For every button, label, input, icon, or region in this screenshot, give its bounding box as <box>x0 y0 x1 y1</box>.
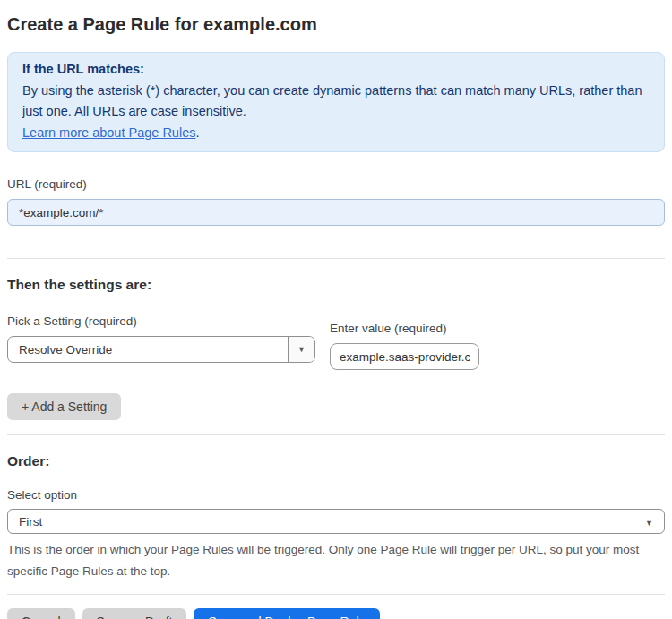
info-box-link-line: Learn more about Page Rules. <box>22 123 650 144</box>
save-as-draft-button[interactable]: Save as Draft <box>82 608 187 619</box>
url-field-group: URL (required) <box>7 176 665 226</box>
info-box-heading: If the URL matches: <box>22 59 650 81</box>
link-suffix: . <box>195 125 199 140</box>
value-field-label: Enter value (required) <box>330 322 479 336</box>
info-box-body: By using the asterisk (*) character, you… <box>22 81 650 123</box>
divider <box>7 434 665 435</box>
order-select-value: First <box>8 515 634 529</box>
create-page-rule-panel: Create a Page Rule for example.com If th… <box>0 13 672 619</box>
settings-row: Pick a Setting (required) Resolve Overri… <box>7 314 665 370</box>
setting-select-label: Pick a Setting (required) <box>7 314 315 329</box>
cancel-button[interactable]: Cancel <box>7 608 75 619</box>
save-and-deploy-button[interactable]: Save and Deploy Page Rule <box>194 608 380 619</box>
settings-section-heading: Then the settings are: <box>7 277 665 293</box>
order-help-text: This is the order in which your Page Rul… <box>7 539 665 582</box>
chevron-down-icon: ▼ <box>297 346 306 354</box>
setting-select-group: Pick a Setting (required) Resolve Overri… <box>7 314 315 363</box>
order-section-heading: Order: <box>7 453 665 469</box>
url-field-label: URL (required) <box>7 177 87 191</box>
chevron-down-icon: ▼ <box>634 513 664 529</box>
page-title: Create a Page Rule for example.com <box>7 13 665 36</box>
add-setting-button[interactable]: + Add a Setting <box>7 393 121 420</box>
setting-select-arrow-box[interactable]: ▼ <box>288 337 314 362</box>
order-select[interactable]: First ▼ <box>7 509 665 534</box>
setting-value-input[interactable] <box>330 343 479 370</box>
footer-button-row: Cancel Save as Draft Save and Deploy Pag… <box>7 608 665 619</box>
setting-select[interactable]: Resolve Override ▼ <box>7 336 315 363</box>
url-input[interactable] <box>7 199 665 226</box>
learn-more-link[interactable]: Learn more about Page Rules <box>22 125 195 140</box>
setting-select-value: Resolve Override <box>8 343 288 357</box>
divider <box>7 258 665 259</box>
url-match-info-box: If the URL matches: By using the asteris… <box>7 52 665 152</box>
order-select-label: Select option <box>7 488 665 503</box>
value-field-group: Enter value (required) <box>330 322 479 370</box>
divider <box>7 594 665 595</box>
